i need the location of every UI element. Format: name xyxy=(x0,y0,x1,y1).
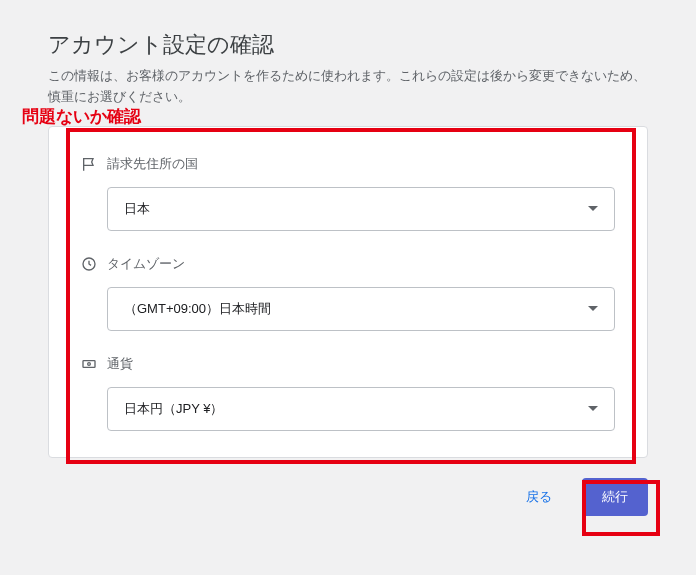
back-button[interactable]: 戻る xyxy=(512,478,566,516)
field-currency: 通貨 日本円（JPY ¥） xyxy=(81,355,615,431)
flag-icon xyxy=(81,156,97,172)
actions-row: 戻る 続行 xyxy=(0,458,696,516)
timezone-label: タイムゾーン xyxy=(107,255,185,273)
chevron-down-icon xyxy=(588,306,598,311)
page-title: アカウント設定の確認 xyxy=(48,30,648,60)
chevron-down-icon xyxy=(588,406,598,411)
currency-icon xyxy=(81,356,97,372)
country-select[interactable]: 日本 xyxy=(107,187,615,231)
currency-value: 日本円（JPY ¥） xyxy=(124,400,223,418)
chevron-down-icon xyxy=(588,206,598,211)
currency-select[interactable]: 日本円（JPY ¥） xyxy=(107,387,615,431)
field-country: 請求先住所の国 日本 xyxy=(81,155,615,231)
timezone-select[interactable]: （GMT+09:00）日本時間 xyxy=(107,287,615,331)
timezone-value: （GMT+09:00）日本時間 xyxy=(124,300,271,318)
label-row-timezone: タイムゾーン xyxy=(81,255,615,273)
field-timezone: タイムゾーン （GMT+09:00）日本時間 xyxy=(81,255,615,331)
clock-icon xyxy=(81,256,97,272)
country-label: 請求先住所の国 xyxy=(107,155,198,173)
continue-button[interactable]: 続行 xyxy=(582,478,648,516)
svg-point-2 xyxy=(88,362,91,365)
country-value: 日本 xyxy=(124,200,150,218)
label-row-currency: 通貨 xyxy=(81,355,615,373)
settings-card: 請求先住所の国 日本 タイムゾーン （GMT+09:00）日本時間 通貨 xyxy=(48,126,648,458)
svg-rect-1 xyxy=(83,360,95,367)
annotation-label: 問題ないか確認 xyxy=(22,105,141,128)
page-subtitle: この情報は、お客様のアカウントを作るために使われます。これらの設定は後から変更で… xyxy=(48,66,648,108)
currency-label: 通貨 xyxy=(107,355,133,373)
label-row-country: 請求先住所の国 xyxy=(81,155,615,173)
